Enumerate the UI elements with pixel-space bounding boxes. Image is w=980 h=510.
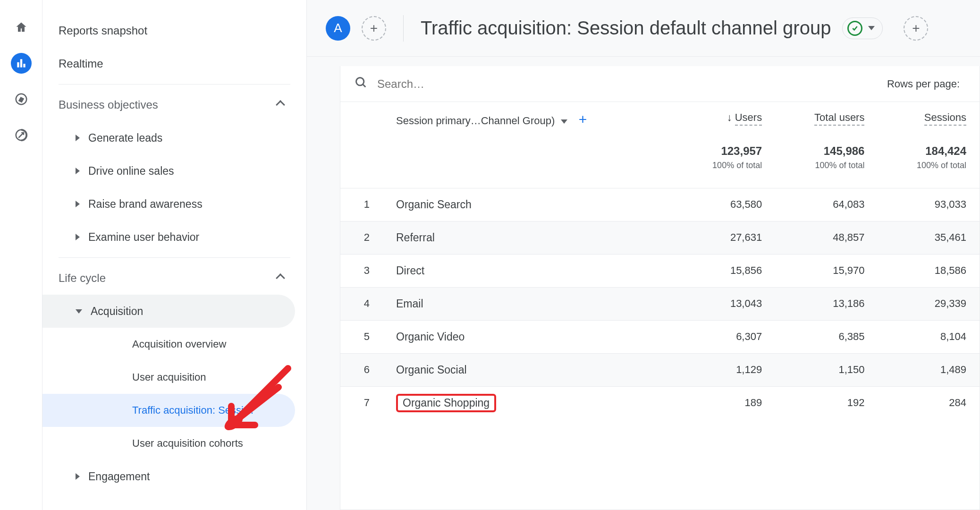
- cell-sessions: 93,033: [878, 188, 980, 221]
- table-row[interactable]: 4 Email 13,043 13,186 29,339: [340, 287, 980, 320]
- cell-sessions: 1,489: [878, 353, 980, 386]
- caret-down-icon: [561, 119, 567, 124]
- explore-icon[interactable]: [11, 89, 32, 110]
- table-row[interactable]: 7 Organic Shopping 189 192 284: [340, 386, 980, 419]
- advertising-icon[interactable]: [11, 125, 32, 145]
- nav-raise-brand-awareness[interactable]: Raise brand awareness: [42, 187, 306, 221]
- table-row[interactable]: 2 Referral 27,631 48,857 35,461: [340, 221, 980, 254]
- section-label: Business objectives: [59, 98, 158, 111]
- divider: [403, 15, 404, 42]
- main-content: A + Traffic acquisition: Session default…: [307, 0, 980, 510]
- caret-down-icon: [868, 26, 875, 30]
- row-dimension: Organic Search: [383, 188, 674, 221]
- nav-acquisition-overview[interactable]: Acquisition overview: [42, 328, 306, 361]
- cell-sessions: 284: [878, 386, 980, 419]
- table-row[interactable]: 3 Direct 15,856 15,970 18,586: [340, 254, 980, 287]
- report-header: A + Traffic acquisition: Session default…: [307, 0, 980, 57]
- nav-realtime[interactable]: Realtime: [42, 47, 306, 80]
- row-index: 2: [340, 221, 383, 254]
- row-dimension: Organic Social: [383, 353, 674, 386]
- chevron-up-icon: [276, 100, 285, 110]
- table-search-bar: Rows per page:: [340, 66, 980, 102]
- cell-totalusers: 192: [775, 386, 878, 419]
- col-total-users[interactable]: Total users: [775, 102, 878, 136]
- nav-examine-user-behavior[interactable]: Examine user behavior: [42, 221, 306, 254]
- nav-generate-leads[interactable]: Generate leads: [42, 121, 306, 154]
- section-life-cycle[interactable]: Life cycle: [42, 262, 306, 295]
- cell-users: 189: [674, 386, 776, 419]
- caret-right-icon: [76, 135, 80, 141]
- row-index: 4: [340, 287, 383, 320]
- nav-user-acquisition-cohorts[interactable]: User acquisition cohorts: [42, 427, 306, 460]
- cell-sessions: 29,339: [878, 287, 980, 320]
- report-nav-sidebar: Reports snapshot Realtime Business objec…: [42, 0, 307, 510]
- add-comparison-button[interactable]: +: [904, 16, 928, 41]
- chevron-up-icon: [276, 273, 285, 283]
- nav-label: Realtime: [59, 57, 103, 70]
- search-input[interactable]: [377, 77, 878, 91]
- nav-label: Generate leads: [88, 132, 162, 144]
- row-dimension: Direct: [383, 254, 674, 287]
- rows-per-page-label: Rows per page:: [887, 78, 965, 90]
- svg-rect-1: [20, 59, 22, 67]
- nav-label: User acquisition: [132, 371, 206, 383]
- dimension-label: Session primary…Channel Group): [396, 115, 555, 127]
- nav-drive-online-sales[interactable]: Drive online sales: [42, 154, 306, 187]
- report-status-pill[interactable]: [842, 17, 883, 39]
- nav-label: Raise brand awareness: [88, 198, 203, 211]
- nav-reports-snapshot[interactable]: Reports snapshot: [42, 14, 306, 47]
- svg-point-5: [356, 78, 364, 85]
- nav-acquisition[interactable]: Acquisition: [42, 295, 295, 328]
- caret-down-icon: [76, 309, 82, 314]
- cell-users: 13,043: [674, 287, 776, 320]
- nav-label: Engagement: [88, 470, 150, 483]
- svg-line-6: [363, 85, 366, 87]
- dimension-header[interactable]: Session primary…Channel Group) +: [383, 102, 674, 136]
- data-table-card: Rows per page: Session primary…Channel G…: [340, 66, 980, 510]
- data-table: Session primary…Channel Group) + ↓Users …: [340, 102, 980, 419]
- svg-rect-2: [23, 64, 25, 68]
- nav-rail: [0, 0, 42, 510]
- nav-label: User acquisition cohorts: [132, 437, 243, 450]
- total-pct: 100% of total: [891, 161, 966, 170]
- reports-icon[interactable]: [11, 53, 32, 74]
- col-users[interactable]: ↓Users: [674, 102, 776, 136]
- caret-right-icon: [76, 473, 80, 480]
- badge-letter: A: [334, 21, 342, 35]
- nav-user-acquisition[interactable]: User acquisition: [42, 361, 306, 394]
- table-row[interactable]: 5 Organic Video 6,307 6,385 8,104: [340, 320, 980, 353]
- cell-sessions: 18,586: [878, 254, 980, 287]
- nav-traffic-acquisition[interactable]: Traffic acquisition: Sessi…: [42, 394, 295, 427]
- cell-users: 15,856: [674, 254, 776, 287]
- add-dimension-button[interactable]: +: [579, 111, 587, 127]
- row-index: 1: [340, 188, 383, 221]
- section-business-objectives[interactable]: Business objectives: [42, 88, 306, 121]
- caret-right-icon: [76, 201, 80, 207]
- table-row[interactable]: 6 Organic Social 1,129 1,150 1,489: [340, 353, 980, 386]
- col-sessions[interactable]: Sessions: [878, 102, 980, 136]
- row-dimension: Referral: [383, 221, 674, 254]
- total-sessions: 184,424: [891, 144, 966, 158]
- cell-totalusers: 6,385: [775, 320, 878, 353]
- cell-totalusers: 1,150: [775, 353, 878, 386]
- sort-desc-icon: ↓: [727, 111, 732, 124]
- table-row[interactable]: 1 Organic Search 63,580 64,083 93,033: [340, 188, 980, 221]
- svg-rect-0: [17, 62, 19, 68]
- plus-icon: +: [370, 21, 378, 36]
- segment-badge[interactable]: A: [326, 16, 350, 41]
- nav-label: Acquisition: [91, 305, 143, 318]
- row-dimension: Organic Video: [383, 320, 674, 353]
- cell-users: 6,307: [674, 320, 776, 353]
- home-icon[interactable]: [11, 17, 32, 38]
- nav-engagement[interactable]: Engagement: [42, 460, 306, 493]
- total-users: 123,957: [687, 144, 762, 158]
- search-icon: [355, 76, 368, 92]
- cell-users: 1,129: [674, 353, 776, 386]
- cell-totalusers: 64,083: [775, 188, 878, 221]
- section-label: Life cycle: [59, 272, 106, 285]
- total-pct: 100% of total: [687, 161, 762, 170]
- cell-totalusers: 13,186: [775, 287, 878, 320]
- add-segment-button[interactable]: +: [362, 16, 386, 41]
- nav-label: Examine user behavior: [88, 231, 199, 244]
- row-index: 5: [340, 320, 383, 353]
